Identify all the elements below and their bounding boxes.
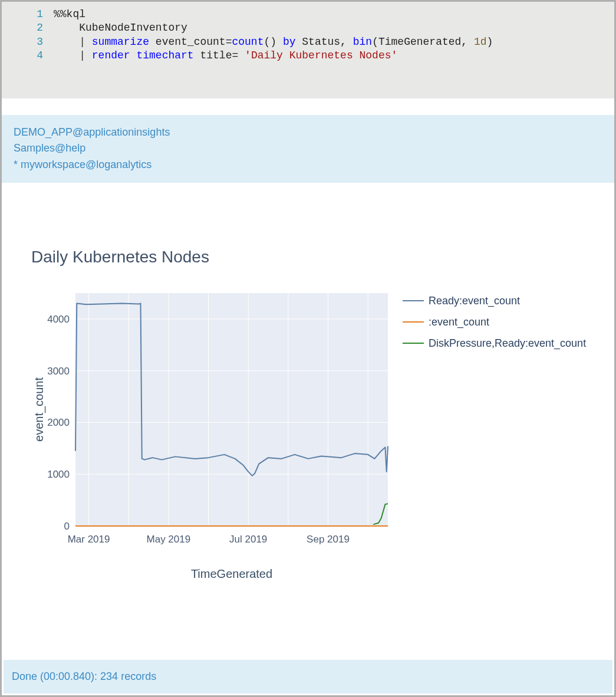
- chart-legend[interactable]: Ready:event_count:event_countDiskPressur…: [403, 290, 586, 354]
- datasource-item: * myworkspace@loganalytics: [14, 157, 602, 173]
- code-line[interactable]: 3 | summarize event_count=count() by Sta…: [2, 35, 614, 49]
- code-line[interactable]: 2 KubeNodeInventory: [2, 21, 614, 35]
- svg-text:Jul 2019: Jul 2019: [229, 534, 267, 545]
- legend-item[interactable]: :event_count: [403, 311, 586, 333]
- svg-text:0: 0: [64, 521, 70, 532]
- legend-label: DiskPressure,Ready:event_count: [429, 333, 586, 354]
- line-number: 2: [2, 21, 54, 35]
- svg-text:3000: 3000: [47, 366, 70, 377]
- legend-label: :event_count: [429, 311, 489, 333]
- legend-swatch: [403, 343, 424, 344]
- svg-text:2000: 2000: [47, 417, 70, 429]
- line-number: 4: [2, 49, 54, 63]
- legend-swatch: [403, 321, 424, 323]
- legend-item[interactable]: DiskPressure,Ready:event_count: [403, 333, 586, 354]
- svg-rect-0: [75, 293, 388, 526]
- chart-plot[interactable]: 01000200030004000Mar 2019May 2019Jul 201…: [31, 290, 391, 587]
- legend-item[interactable]: Ready:event_count: [403, 290, 586, 311]
- svg-text:May 2019: May 2019: [147, 534, 191, 545]
- code-content[interactable]: KubeNodeInventory: [54, 21, 187, 35]
- chart-title: Daily Kubernetes Nodes: [31, 248, 597, 267]
- code-line[interactable]: 1%%kql: [2, 8, 614, 21]
- legend-label: Ready:event_count: [429, 290, 520, 311]
- legend-swatch: [403, 300, 424, 301]
- status-text: Done (00:00.840): 234 records: [12, 670, 156, 682]
- svg-text:TimeGenerated: TimeGenerated: [191, 567, 272, 580]
- code-cell[interactable]: 1%%kql2 KubeNodeInventory3 | summarize e…: [2, 2, 614, 98]
- code-content[interactable]: | render timechart title= 'Daily Kuberne…: [54, 49, 397, 63]
- datasource-item: DEMO_APP@applicationinsights: [14, 124, 602, 141]
- code-content[interactable]: %%kql: [54, 8, 85, 21]
- status-bar: Done (00:00.840): 234 records: [4, 660, 612, 693]
- svg-text:4000: 4000: [47, 314, 70, 325]
- line-number: 3: [2, 35, 54, 49]
- line-number: 1: [2, 8, 54, 21]
- datasource-list: DEMO_APP@applicationinsights Samples@hel…: [2, 115, 614, 183]
- code-content[interactable]: | summarize event_count=count() by Statu…: [54, 35, 493, 49]
- svg-text:event_count: event_count: [32, 377, 46, 442]
- datasource-item: Samples@help: [14, 140, 602, 157]
- svg-text:Sep 2019: Sep 2019: [307, 534, 350, 545]
- chart-output: Daily Kubernetes Nodes 01000200030004000…: [2, 183, 614, 599]
- code-line[interactable]: 4 | render timechart title= 'Daily Kuber…: [2, 49, 614, 63]
- svg-text:Mar 2019: Mar 2019: [68, 534, 110, 545]
- svg-text:1000: 1000: [47, 469, 70, 480]
